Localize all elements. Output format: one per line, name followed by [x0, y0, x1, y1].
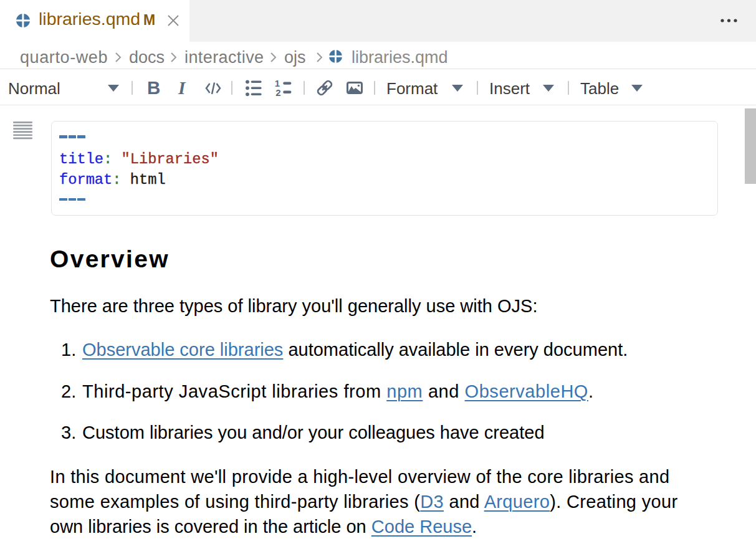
svg-text:2: 2 — [275, 87, 280, 97]
